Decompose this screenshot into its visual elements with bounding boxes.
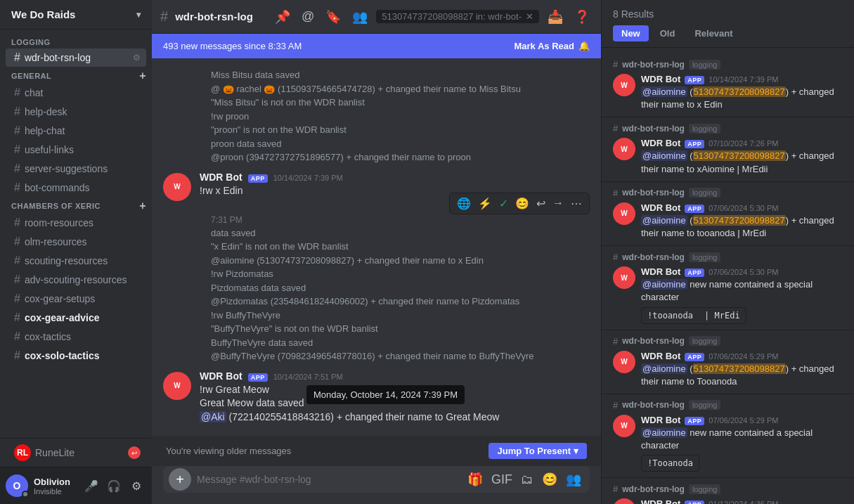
result-text: @aiiomine (513074737208098827) + changed… [641,363,843,388]
mention[interactable]: @aiiomine [641,427,687,438]
message-timestamp: 10/14/2024 7:39 PM [273,174,343,182]
gift-button[interactable]: 🎁 [465,469,486,490]
help-button[interactable]: ❓ [571,6,593,27]
channel-item-cox-solo-tactics[interactable]: # cox-solo-tactics [6,347,146,365]
deafen-button[interactable]: 🎧 [104,476,124,496]
runelite-icon: RL [14,444,31,461]
channel-item-useful-links[interactable]: # useful-links [6,141,146,159]
mention[interactable]: @aiiomine [211,255,254,266]
mute-button[interactable]: 🎤 [82,476,101,496]
server-header[interactable]: We Do Raids ▾ [0,0,152,30]
system-line: Miss Bitsu data saved [211,68,521,82]
tab-old[interactable]: Old [652,25,684,41]
gif-button[interactable]: GIF [489,470,515,490]
result-author: WDR Bot [641,266,680,277]
hash-icon: # [14,330,20,343]
channel-name: bot-commands [25,182,141,193]
hash-icon: # [613,123,618,134]
result-content: WDR Bot APP 10/14/2024 7:39 PM @aiiomine… [641,74,843,111]
slash-button[interactable]: ⚡ [475,195,495,212]
mention[interactable]: @aiiomine [641,215,687,226]
members-button[interactable]: 👥 [349,6,370,27]
search-bar[interactable]: 513074737208098827 in: wdr-bot- ✕ [376,10,539,23]
system-message-group-1: Miss Bitsu data saved @ 🎃 rachel 🎃 (1150… [152,64,601,169]
emoji-picker-button[interactable]: 😊 [539,469,560,490]
channel-item-cox-gear-setups[interactable]: # cox-gear-setups [6,290,146,308]
hash-icon: # [14,292,20,305]
mention[interactable]: @proon [211,152,243,162]
search-text: 513074737208098827 in: wdr-bot- [382,11,522,22]
emoji-button[interactable]: 😊 [512,195,532,212]
user-settings-button[interactable]: ⚙ [127,476,146,496]
user-actions: 🎤 🎧 ⚙ [82,476,146,496]
mention[interactable]: @Pizdomatas [211,296,268,306]
bookmark-button[interactable]: 🔖 [323,6,344,27]
hash-icon: # [613,484,618,494]
chat-input-actions: 🎁 GIF 🗂 😊 👥 [465,469,584,490]
translate-button[interactable]: 🌐 [454,195,474,212]
mark-as-read-button[interactable]: Mark As Read 🔔 [515,41,590,51]
forward-button[interactable]: → [550,195,567,211]
message-input[interactable] [197,466,459,493]
mention[interactable]: @BuffyTheVyre [211,351,275,361]
hash-icon: # [14,311,20,324]
app-badge: APP [685,205,704,213]
search-result-item: # wdr-bot-rsn-log logging W WDR Bot APP … [602,330,854,394]
section-chambers: CHAMBERS OF XERIC + [0,198,152,213]
system-line: "BuffyTheVyre" is not on the WDR banlist [211,322,578,336]
add-people-button[interactable]: 👥 [563,469,584,490]
channel-item-cox-tactics[interactable]: # cox-tactics [6,328,146,346]
channel-item-server-suggestions[interactable]: # server-suggestions [6,160,146,178]
more-button[interactable]: ⋯ [568,195,585,212]
code-text: | MrEdi [704,311,740,321]
channel-item-chat[interactable]: # chat [6,84,146,102]
channel-item-help-desk[interactable]: # help-desk [6,103,146,121]
settings-icon[interactable]: ⚙ [133,53,141,63]
result-time: 07/06/2024 5:29 PM [709,352,778,361]
app-badge: APP [248,174,268,183]
system-messages-2: 7:31 PM data saved "x Edin" is not on th… [200,212,590,365]
code-block: !tooanoda | MrEdi [641,307,746,324]
runelite-item[interactable]: RL RuneLite ↩ [6,441,146,464]
tab-new[interactable]: New [613,25,649,41]
sticker-button[interactable]: 🗂 [518,470,536,490]
user-info: Oblivion Invisible [34,477,76,496]
channel-item-help-chat[interactable]: # help-chat [6,122,146,140]
add-channel-button[interactable]: + [139,70,146,82]
channel-item-bot-commands[interactable]: # bot-commands [6,179,146,197]
server-chevron-icon: ▾ [136,10,141,20]
channel-item-adv-scouting-resources[interactable]: # adv-scouting-resources [6,271,146,289]
add-attachment-button[interactable]: + [169,468,191,491]
mention-button[interactable]: @ [299,6,317,27]
mention[interactable]: @Aki [200,411,226,422]
mention[interactable]: @aiiomine [641,86,687,97]
result-author: WDR Bot [641,74,680,84]
tab-relevant[interactable]: Relevant [686,25,741,41]
search-result-item: # wdr-bot-rsn-log logging W WDR Bot APP … [602,182,854,246]
result-text: @aiiomine (513074737208098827) + changed… [641,86,843,111]
channel-item-room-resources[interactable]: # room-resources [6,214,146,232]
system-line: @proon (394727372751896577) + changed th… [211,150,521,164]
mention[interactable]: @aiiomine [641,150,687,161]
search-close-icon[interactable]: ✕ [526,11,533,22]
jump-to-present-button[interactable]: Jump To Present ▾ [489,443,587,459]
channel-item-scouting-resources[interactable]: # scouting-resources [6,252,146,270]
mention[interactable]: @aiiomine [641,279,687,290]
channel-item-wdr-bot-rsn-log[interactable]: # wdr-bot-rsn-log ⚙ [6,49,146,67]
inbox-button[interactable]: 📥 [545,6,566,27]
add-chamber-channel-button[interactable]: + [139,200,146,212]
channel-item-cox-gear-advice[interactable]: # cox-gear-advice [6,309,146,327]
mention[interactable]: rachel [236,84,261,94]
reply-button[interactable]: ↩ [533,195,548,212]
pin-button[interactable]: 📌 [272,6,293,27]
chat-channel-title: wdr-bot-rsn-log [175,11,253,22]
result-channel-header: # wdr-bot-rsn-log logging [613,252,843,262]
mention[interactable]: @aiiomine [641,363,687,374]
user-avatar: O [6,474,28,497]
system-line: @aiiomine (513074737208098827) + changed… [211,254,578,268]
checkmark-button[interactable]: ✓ [496,195,511,212]
channel-item-olm-resources[interactable]: # olm-resources [6,233,146,251]
chevron-down-icon: ▾ [574,446,578,456]
code-block: !Tooanoda [641,455,699,472]
hash-icon: # [14,124,20,137]
